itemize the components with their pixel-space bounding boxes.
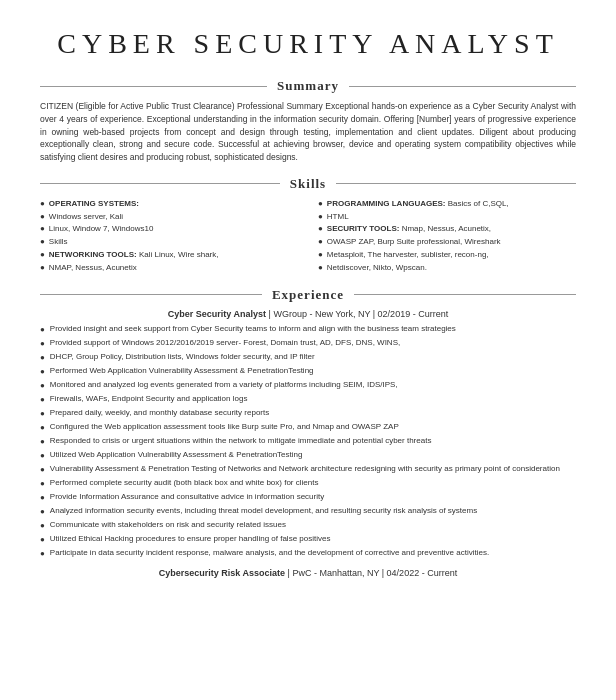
- list-bullet: ●: [40, 506, 45, 518]
- skill-item: ●Metasploit, The harvester, sublister, r…: [318, 249, 576, 262]
- bullet-text: Analyzed information security events, in…: [50, 505, 576, 518]
- skill-text: PROGRAMMING LANGUAGES: Basics of C,SQL,: [327, 198, 576, 211]
- skill-bullet: ●: [40, 249, 45, 262]
- table-row: ●Provided insight and seek support from …: [40, 323, 576, 336]
- skill-text: Netdiscover, Nikto, Wpscan.: [327, 262, 576, 275]
- job-bullets-list: ●Provided insight and seek support from …: [40, 323, 576, 560]
- list-bullet: ●: [40, 394, 45, 406]
- job-title: Cybersecurity Risk Associate: [159, 568, 285, 578]
- skill-text: Windows server, Kali: [49, 211, 298, 224]
- bullet-text: Responded to crisis or urgent situations…: [50, 435, 576, 448]
- table-row: ●Prepared daily, weekly, and monthly dat…: [40, 407, 576, 420]
- skill-text: NMAP, Nessus, Acunetix: [49, 262, 298, 275]
- skills-container: ●OPERATING SYSTEMS: ●Windows server, Kal…: [40, 198, 576, 275]
- bullet-text: Communicate with stakeholders on risk an…: [50, 519, 576, 532]
- skill-item: ●NMAP, Nessus, Acunetix: [40, 262, 298, 275]
- table-row: ●DHCP, Group Policy, Distribution lists,…: [40, 351, 576, 364]
- bullet-text: Performed complete security audit (both …: [50, 477, 576, 490]
- list-bullet: ●: [40, 366, 45, 378]
- skill-bullet: ●: [318, 198, 323, 211]
- skill-item: ●OPERATING SYSTEMS:: [40, 198, 298, 211]
- table-row: ●Monitored and analyzed log events gener…: [40, 379, 576, 392]
- skill-bullet: ●: [40, 211, 45, 224]
- resume-page: CYBER SECURITY ANALYST Summary CITIZEN (…: [0, 0, 616, 700]
- skills-left-col: ●OPERATING SYSTEMS: ●Windows server, Kal…: [40, 198, 298, 275]
- skill-text: OPERATING SYSTEMS:: [49, 198, 298, 211]
- list-bullet: ●: [40, 534, 45, 546]
- skill-bullet: ●: [40, 262, 45, 275]
- skill-bullet: ●: [318, 262, 323, 275]
- skills-line-right: [336, 183, 576, 184]
- job-title-line: Cyber Security Analyst | WGroup - New Yo…: [40, 309, 576, 319]
- list-bullet: ●: [40, 436, 45, 448]
- skill-text: Linux, Window 7, Windows10: [49, 223, 298, 236]
- skills-section: Skills ●OPERATING SYSTEMS: ●Windows serv…: [40, 176, 576, 275]
- bullet-text: Prepared daily, weekly, and monthly data…: [50, 407, 576, 420]
- list-bullet: ●: [40, 324, 45, 336]
- bullet-text: Provided insight and seek support from C…: [50, 323, 576, 336]
- skill-bullet: ●: [318, 249, 323, 262]
- skill-item: ●PROGRAMMING LANGUAGES: Basics of C,SQL,: [318, 198, 576, 211]
- skills-label: Skills: [290, 176, 326, 192]
- skill-item: ●Windows server, Kali: [40, 211, 298, 224]
- table-row: ●Participate in data security incident r…: [40, 547, 576, 560]
- skills-right-col: ●PROGRAMMING LANGUAGES: Basics of C,SQL,…: [318, 198, 576, 275]
- experience-label: Experience: [272, 287, 344, 303]
- skill-text: HTML: [327, 211, 576, 224]
- bullet-text: Utilized Web Application Vulnerability A…: [50, 449, 576, 462]
- skill-text: Metasploit, The harvester, sublister, re…: [327, 249, 576, 262]
- skill-bullet: ●: [318, 211, 323, 224]
- experience-section: Experience Cyber Security Analyst | WGro…: [40, 287, 576, 578]
- experience-line-left: [40, 294, 262, 295]
- skill-bullet: ●: [318, 223, 323, 236]
- table-row: ●Provide Information Assurance and consu…: [40, 491, 576, 504]
- table-row: ●Analyzed information security events, i…: [40, 505, 576, 518]
- skill-item: ●SECURITY TOOLS: Nmap, Nessus, Acunetix,: [318, 223, 576, 236]
- skill-item: ●Netdiscover, Nikto, Wpscan.: [318, 262, 576, 275]
- table-row: ●Performed Web Application Vulnerability…: [40, 365, 576, 378]
- table-row: ●Performed complete security audit (both…: [40, 477, 576, 490]
- skills-line-left: [40, 183, 280, 184]
- skill-item: ●Skills: [40, 236, 298, 249]
- table-row: ●Utilized Ethical Hacking procedures to …: [40, 533, 576, 546]
- skills-header: Skills: [40, 176, 576, 192]
- summary-section: Summary CITIZEN (Eligible for Active Pub…: [40, 78, 576, 164]
- bullet-text: Utilized Ethical Hacking procedures to e…: [50, 533, 576, 546]
- skill-text: Skills: [49, 236, 298, 249]
- list-bullet: ●: [40, 464, 45, 476]
- summary-text: CITIZEN (Eligible for Active Public Trus…: [40, 100, 576, 164]
- list-bullet: ●: [40, 408, 45, 420]
- list-bullet: ●: [40, 478, 45, 490]
- job-title: Cyber Security Analyst: [168, 309, 266, 319]
- bullet-text: Vulnerability Assessment & Penetration T…: [50, 463, 576, 476]
- list-bullet: ●: [40, 380, 45, 392]
- skill-bullet: ●: [318, 236, 323, 249]
- experience-header: Experience: [40, 287, 576, 303]
- summary-header: Summary: [40, 78, 576, 94]
- list-bullet: ●: [40, 422, 45, 434]
- bullet-text: Configured the Web application assessmen…: [50, 421, 576, 434]
- list-bullet: ●: [40, 548, 45, 560]
- skill-bullet: ●: [40, 198, 45, 211]
- skill-item: ●NETWORKING TOOLS: Kali Linux, Wire shar…: [40, 249, 298, 262]
- experience-line-right: [354, 294, 576, 295]
- job-entry: Cybersecurity Risk Associate | PwC - Man…: [40, 568, 576, 578]
- skill-item: ●OWASP ZAP, Burp Suite professional, Wir…: [318, 236, 576, 249]
- list-bullet: ●: [40, 450, 45, 462]
- list-bullet: ●: [40, 352, 45, 364]
- skill-bullet: ●: [40, 223, 45, 236]
- skill-text: SECURITY TOOLS: Nmap, Nessus, Acunetix,: [327, 223, 576, 236]
- bullet-text: Provide Information Assurance and consul…: [50, 491, 576, 504]
- page-title: CYBER SECURITY ANALYST: [40, 28, 576, 60]
- job-title-line: Cybersecurity Risk Associate | PwC - Man…: [40, 568, 576, 578]
- bullet-text: Firewalls, WAFs, Endpoint Security and a…: [50, 393, 576, 406]
- table-row: ●Responded to crisis or urgent situation…: [40, 435, 576, 448]
- table-row: ●Configured the Web application assessme…: [40, 421, 576, 434]
- table-row: ●Vulnerability Assessment & Penetration …: [40, 463, 576, 476]
- bullet-text: Monitored and analyzed log events genera…: [50, 379, 576, 392]
- summary-line-right: [349, 86, 576, 87]
- table-row: ●Firewalls, WAFs, Endpoint Security and …: [40, 393, 576, 406]
- list-bullet: ●: [40, 338, 45, 350]
- bullet-text: DHCP, Group Policy, Distribution lists, …: [50, 351, 576, 364]
- table-row: ●Provided support of Windows 2012/2016/2…: [40, 337, 576, 350]
